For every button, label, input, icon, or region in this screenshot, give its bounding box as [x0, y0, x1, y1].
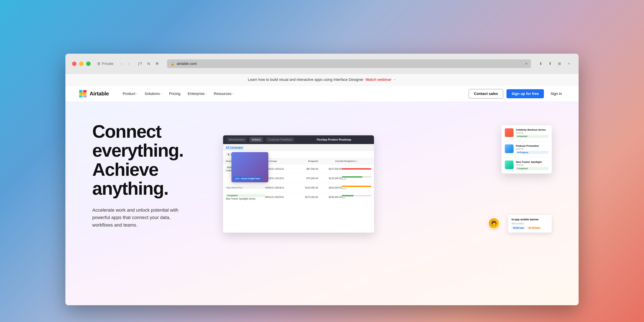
grid-icon[interactable]: ⊞	[556, 61, 562, 67]
side-card-content-3: New Trainer Spotlight STATUS Completed	[516, 160, 548, 170]
clear-address-button[interactable]: ✕	[525, 62, 528, 66]
video-card-inner: 2:11—Great insight here	[232, 152, 268, 182]
product-chevron: ›	[136, 92, 137, 95]
user-avatar: 🧑	[488, 218, 500, 229]
row-actual-2: $125,000.00	[318, 177, 342, 180]
hero-subtext: Accelerate work and unlock potential wit…	[92, 206, 190, 229]
f-extension-icon[interactable]: ƒ?	[137, 61, 143, 67]
row-budgeted-4: $275,000.00	[295, 196, 318, 198]
row-date-2: 09/15/21-10/14/21	[265, 177, 295, 180]
side-card-title-3: New Trainer Spotlight	[516, 160, 548, 163]
panel-header: Workstreams Actions Customer Feedback Fl…	[223, 135, 374, 144]
col-date-header: Hero Image	[265, 160, 295, 162]
svg-rect-1	[79, 90, 82, 92]
side-card-item-2: Podcast Promotion STATUS In Progress	[502, 142, 552, 158]
col-actual-header: Actual	[318, 160, 342, 162]
row-budgeted-2: $75,000.00	[295, 177, 318, 180]
resources-label: Resources	[214, 92, 232, 96]
address-text: airtable.com	[176, 62, 523, 66]
browser-window: ⊞ Private ‹ › ƒ? N ⛨ 🔒 airtable.com ✕ ⬇ …	[66, 54, 578, 305]
signup-button[interactable]: Sign up for free	[506, 89, 544, 98]
video-timestamp: 2:11—Great insight here	[234, 177, 261, 180]
download-icon[interactable]: ⬇	[538, 61, 544, 67]
close-button[interactable]	[72, 62, 76, 66]
forward-button[interactable]: ›	[126, 61, 132, 67]
website-content: Learn how to build visual and interactiv…	[66, 74, 578, 305]
table-row: Blog: Workout Rou... 09/06/21-09/24/21 $…	[223, 183, 374, 192]
solutions-label: Solutions	[144, 92, 160, 96]
row-bar-3: 200%	[342, 186, 371, 190]
hero-line-2: everything.	[92, 140, 183, 160]
blog-tag: Blog: Workout Rou...	[226, 186, 265, 189]
announcement-banner: Learn how to build visual and interactiv…	[66, 74, 578, 86]
hero-heading: Connect everything. Achieve anything.	[92, 122, 210, 198]
nav-enterprise[interactable]: Enterprise ›	[184, 90, 210, 98]
pricing-label: Pricing	[169, 92, 180, 96]
address-bar-container: 🔒 airtable.com ✕	[167, 59, 531, 68]
row-budgeted-1: $87,500.00	[295, 168, 318, 170]
nav-pricing[interactable]: Pricing	[165, 90, 184, 98]
shield-icon[interactable]: ⛨	[154, 61, 160, 67]
new-tab-button[interactable]: +	[566, 61, 572, 67]
logo[interactable]: Airtable	[79, 90, 109, 98]
browser-actions: ⬇ ⬆ ⊞ +	[538, 61, 572, 67]
row-budgeted-3: $125,000.00	[295, 186, 318, 189]
side-badge-completed: Completed	[516, 167, 548, 170]
enterprise-chevron: ›	[206, 92, 206, 95]
announcement-text: Learn how to build visual and interactiv…	[248, 78, 364, 82]
bottom-card-title: In-app mobile banner	[512, 218, 548, 221]
table-row: Completed New Trainer Spotlight Series 0…	[223, 192, 374, 202]
actions-tab[interactable]: Actions	[250, 137, 263, 142]
enterprise-label: Enterprise	[188, 92, 204, 96]
customer-feedback-tab[interactable]: Customer Feedback	[266, 137, 294, 142]
nav-product[interactable]: Product ›	[119, 90, 141, 98]
panel-title: FlexApp Product Roadmap	[317, 138, 351, 141]
svg-rect-0	[79, 92, 86, 95]
bottom-card-badges: Mobile app On Demand	[512, 226, 548, 230]
side-card-status-label-3: STATUS	[516, 164, 548, 166]
product-label: Product	[122, 92, 135, 96]
nav-resources[interactable]: Resources ›	[210, 90, 237, 98]
row-name-4: Completed New Trainer Spotlight Series	[226, 194, 265, 200]
navigation-bar: Airtable Product › Solutions › Pricing E…	[66, 86, 578, 102]
col-budgeted-header: Budgeted	[295, 160, 318, 162]
row-bar-2: 100%	[342, 176, 371, 180]
n-extension-icon[interactable]: N	[146, 61, 152, 67]
side-card-thumb-3	[505, 160, 514, 169]
row-date-1: 10/01/21-10/21/21	[265, 168, 295, 170]
nav-solutions[interactable]: Solutions ›	[141, 90, 165, 98]
hero-left: Connect everything. Achieve anything. Ac…	[92, 122, 210, 229]
row-name-3: Blog: Workout Rou...	[226, 186, 265, 189]
svg-rect-4	[83, 95, 86, 98]
row-actual-4: $330,000.00	[318, 196, 342, 198]
panel-sub-nav: All Campaigns	[223, 144, 374, 151]
hero-line-4: anything.	[92, 178, 168, 198]
workstreams-tab[interactable]: Workstreams	[226, 137, 247, 142]
svg-rect-3	[79, 95, 82, 98]
signin-link[interactable]: Sign in	[547, 90, 565, 98]
side-card-thumb-2	[505, 144, 514, 153]
main-dashboard-panel: Workstreams Actions Customer Feedback Fl…	[223, 135, 374, 232]
maximize-button[interactable]	[86, 62, 90, 66]
address-bar[interactable]: 🔒 airtable.com ✕	[167, 59, 531, 68]
traffic-lights	[72, 62, 90, 66]
browser-extensions: ƒ? N ⛨	[137, 61, 160, 67]
bottom-right-card: In-app mobile banner INITIATIVES Mobile …	[508, 215, 552, 232]
all-campaigns-tab[interactable]: All Campaigns	[226, 146, 243, 149]
side-card-title-2: Podcast Promotion	[516, 144, 548, 147]
share-icon[interactable]: ⬆	[547, 61, 553, 67]
back-button[interactable]: ‹	[118, 61, 124, 67]
sidebar-icon: ⊞	[97, 62, 100, 66]
minimize-button[interactable]	[79, 62, 84, 66]
private-mode: ⊞ Private	[97, 62, 113, 66]
browser-chrome: ⊞ Private ‹ › ƒ? N ⛨ 🔒 airtable.com ✕ ⬇ …	[66, 54, 578, 74]
side-card-content-2: Podcast Promotion STATUS In Progress	[516, 144, 548, 154]
nav-links: Product › Solutions › Pricing Enterprise…	[119, 90, 469, 98]
side-card-panel: Celebrity Workout Series STATUS Schedule…	[502, 125, 552, 174]
watch-webinar-link[interactable]: Watch webinar →	[366, 78, 396, 82]
side-card-item-1: Celebrity Workout Series STATUS Schedule…	[502, 125, 552, 142]
filter-icon: ▼	[228, 153, 230, 156]
bottom-card-status-label: INITIATIVES	[512, 222, 548, 225]
logo-text: Airtable	[90, 90, 109, 97]
contact-sales-button[interactable]: Contact sales	[469, 89, 503, 98]
